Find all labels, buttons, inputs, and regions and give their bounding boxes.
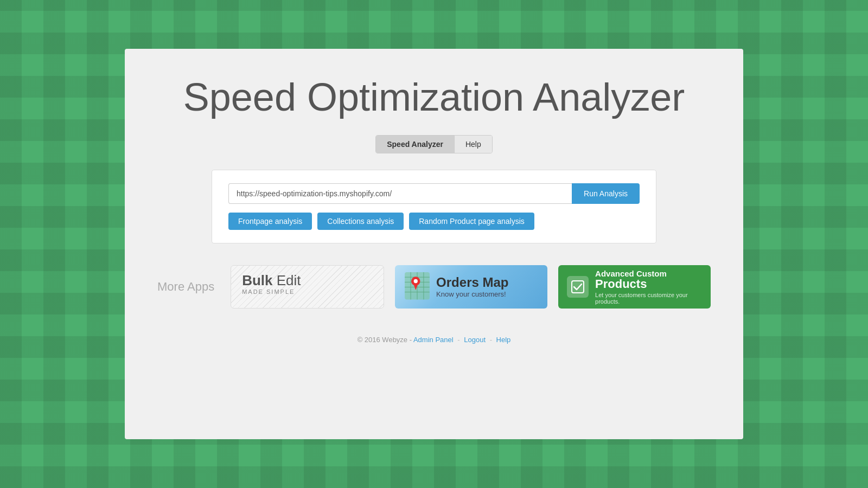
page-title: Speed Optimization Analyzer bbox=[183, 76, 685, 119]
logout-link[interactable]: Logout bbox=[464, 336, 486, 344]
acp-title-line2: Products bbox=[595, 278, 702, 291]
url-input[interactable] bbox=[228, 183, 572, 204]
help-link[interactable]: Help bbox=[496, 336, 511, 344]
orders-map-text: Orders Map Know your customers! bbox=[436, 276, 508, 298]
acp-check-icon bbox=[567, 276, 589, 298]
orders-map-inner: Orders Map Know your customers! bbox=[395, 272, 547, 302]
bulk-edit-title: Bulk Edit bbox=[242, 273, 301, 287]
more-apps-label: More Apps bbox=[157, 280, 214, 294]
more-apps-section: More Apps Bulk Edit MADE SIMPLE bbox=[146, 265, 722, 309]
random-product-analysis-button[interactable]: Random Product page analysis bbox=[409, 213, 534, 230]
url-row: Run Analysis bbox=[228, 183, 640, 204]
orders-map-title: Orders Map bbox=[436, 276, 508, 289]
checkmark-icon bbox=[571, 280, 584, 293]
app-cards: Bulk Edit MADE SIMPLE bbox=[231, 265, 711, 309]
tab-help[interactable]: Help bbox=[455, 136, 492, 153]
orders-map-app-card[interactable]: Orders Map Know your customers! bbox=[395, 265, 547, 309]
svg-point-9 bbox=[414, 279, 418, 283]
footer-copyright: © 2016 Webyze - bbox=[358, 336, 412, 344]
acp-inner: Advanced Custom Products Let your custom… bbox=[558, 269, 711, 305]
admin-panel-link[interactable]: Admin Panel bbox=[413, 336, 454, 344]
orders-map-subtitle: Know your customers! bbox=[436, 290, 508, 298]
bulk-edit-app-card[interactable]: Bulk Edit MADE SIMPLE bbox=[231, 265, 384, 309]
map-pin-icon bbox=[404, 272, 431, 302]
advanced-custom-products-card[interactable]: Advanced Custom Products Let your custom… bbox=[558, 265, 711, 309]
analysis-buttons: Frontpage analysis Collections analysis … bbox=[228, 213, 640, 230]
run-analysis-button[interactable]: Run Analysis bbox=[572, 183, 640, 204]
acp-title-line1: Advanced Custom bbox=[595, 269, 702, 278]
frontpage-analysis-button[interactable]: Frontpage analysis bbox=[228, 213, 312, 230]
tab-bar: Speed Analyzer Help bbox=[375, 135, 493, 153]
footer: © 2016 Webyze - Admin Panel - Logout - H… bbox=[358, 336, 511, 344]
collections-analysis-button[interactable]: Collections analysis bbox=[317, 213, 404, 230]
analyzer-box: Run Analysis Frontpage analysis Collecti… bbox=[212, 170, 656, 243]
acp-text: Advanced Custom Products Let your custom… bbox=[595, 269, 702, 305]
tab-speed-analyzer[interactable]: Speed Analyzer bbox=[376, 136, 455, 153]
acp-subtitle: Let your customers customize your produc… bbox=[595, 292, 702, 305]
bulk-edit-subtitle: MADE SIMPLE bbox=[242, 288, 295, 295]
main-card: Speed Optimization Analyzer Speed Analyz… bbox=[125, 49, 743, 439]
